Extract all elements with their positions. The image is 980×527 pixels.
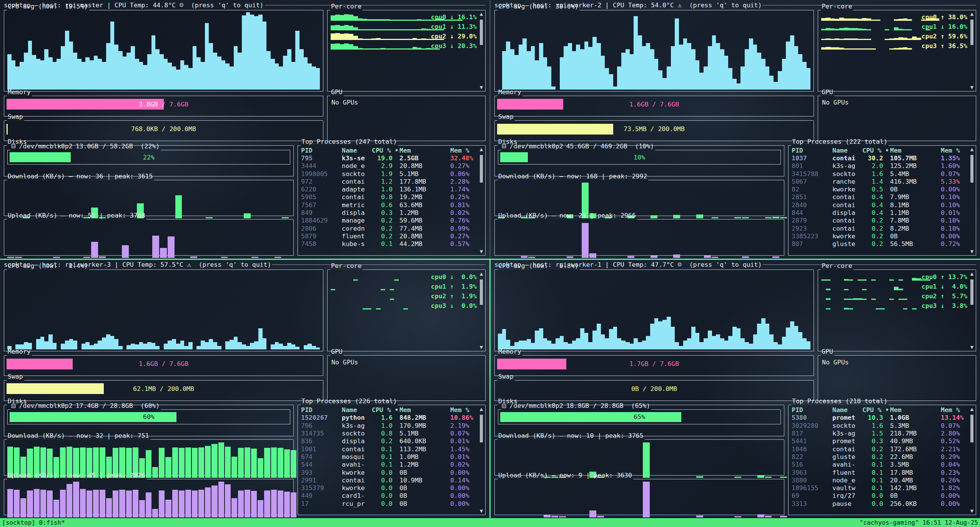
process-row[interactable]: 544avahi-0.11.2MB0.02% [301, 461, 478, 469]
scrollbar-thumb[interactable] [480, 415, 483, 442]
scrollbar-thumb[interactable] [970, 415, 973, 442]
process-row[interactable]: 1046contai0.2172.6MB2.21% [792, 445, 968, 453]
process-row[interactable]: 822gluste0.222.6MB0.29% [792, 453, 968, 461]
socktop-pane[interactable]: socktop — host: rpi-master | CPU Temp: 4… [0, 0, 489, 259]
socktop-pane[interactable]: socktop — host: rpi-worker-3 | CPU Temp:… [0, 260, 489, 519]
scroll-up-icon[interactable]: ▲ [479, 272, 484, 276]
chart-bar [862, 18, 867, 21]
scrollbar-thumb[interactable] [480, 155, 483, 183]
process-row[interactable]: 2851contai0.47.9MB0.10% [792, 193, 968, 201]
process-row[interactable]: 5067ranche1.4416.3MB5.33% [792, 178, 968, 185]
process-row[interactable]: 17rcu_pr0.00B0.00% [301, 500, 478, 507]
process-row[interactable]: 1884629manage0.259.6MB0.76% [301, 217, 478, 224]
process-row[interactable]: 972contai1.2177.8MB2.28% [301, 178, 478, 185]
process-row[interactable]: 796k3s-ag1.0170.9MB2.19% [301, 422, 478, 429]
process-row[interactable]: 5441promet0.340.9MB0.52% [792, 437, 968, 445]
scrollbar[interactable]: ▲ ▼ [969, 147, 975, 254]
process-row[interactable]: 5380promet10.31.0GB13.14% [792, 414, 968, 422]
scroll-down-icon[interactable]: ▼ [479, 85, 484, 90]
process-row[interactable]: 1001contai0.1113.2MB1.45% [301, 445, 478, 453]
process-row[interactable]: 807gluste0.256.5MB0.72% [792, 240, 968, 248]
chart-bar [24, 53, 28, 90]
process-row[interactable]: 6220adapte1.0136.1MB1.74% [301, 185, 478, 193]
scroll-up-icon[interactable]: ▲ [969, 147, 975, 152]
process-row[interactable]: 1037contai30.2105.7MB1.35% [792, 154, 968, 162]
chart-bar [734, 477, 741, 478]
process-row[interactable]: 3415788sockto1.65.4MB0.07% [792, 170, 968, 178]
chart-bar [576, 338, 580, 349]
process-header-cell[interactable]: CPU % • [862, 147, 890, 154]
chart-bar [844, 308, 849, 309]
scrollbar[interactable]: ▲ ▼ [479, 147, 484, 254]
process-row[interactable]: 516avahi-0.13.5MB0.04% [792, 461, 968, 469]
process-row[interactable]: 2840contai0.48.1MB0.10% [792, 201, 968, 209]
scrollbar-thumb[interactable] [970, 20, 973, 45]
scrollbar-thumb[interactable] [480, 279, 483, 305]
process-row[interactable]: 69irq/270.00B0.00% [792, 492, 968, 500]
chart-bar [263, 338, 267, 349]
scroll-up-icon[interactable]: ▲ [479, 407, 484, 412]
chart-bar [238, 342, 242, 349]
process-row[interactable]: 674mosqui0.11.0MB0.01% [301, 453, 478, 461]
scrollbar-thumb[interactable] [480, 20, 483, 45]
process-row[interactable]: 5905contai0.819.2MB0.25% [301, 193, 478, 201]
socktop-pane[interactable]: socktop — host: rpi-worker-2 | CPU Temp:… [491, 0, 980, 259]
process-row[interactable]: 801k3s-ag2.0125.2MB1.60% [792, 162, 968, 170]
scrollbar[interactable]: ▲ ▼ [969, 407, 975, 514]
scroll-up-icon[interactable]: ▲ [479, 147, 484, 152]
scroll-down-icon[interactable]: ▼ [969, 249, 975, 254]
process-row[interactable]: 7567metric0.663.6MB0.81% [301, 201, 478, 209]
process-row[interactable]: 5879fluent0.220.8MB0.27% [301, 232, 478, 240]
process-row[interactable]: 3385223kworke0.20B0.00% [792, 232, 968, 240]
socktop-pane[interactable]: socktop — host: rpi-worker-1 | CPU Temp:… [491, 260, 980, 519]
process-row[interactable]: 795k3s-se19.02.5GB32.48% [301, 154, 478, 162]
process-cell: 20.4MB [890, 477, 941, 484]
scroll-down-icon[interactable]: ▼ [969, 345, 975, 350]
details-row: Disks ⊟/dev/mmcblk0p2 13.0GB / 58.2GB (2… [4, 145, 486, 256]
status-window-list[interactable]: [socktop] 0:fish* [2, 519, 65, 526]
scrollbar[interactable]: ▲ ▼ [969, 12, 975, 90]
process-row[interactable]: 3963fluent0.117.8MB0.23% [792, 469, 968, 476]
process-row[interactable]: 849displa0.31.2MB0.02% [301, 209, 478, 216]
process-row[interactable]: 836displa0.2640.0KB0.01% [301, 437, 478, 445]
scrollbar-thumb[interactable] [970, 155, 973, 183]
process-row[interactable]: 2991contai0.010.9MB0.14% [301, 476, 478, 484]
scroll-down-icon[interactable]: ▼ [969, 509, 975, 514]
process-row[interactable]: 314735sockto0.85.1MB0.07% [301, 429, 478, 437]
process-row[interactable]: 3029280sockto1.65.3MB0.07% [792, 422, 968, 429]
process-row[interactable]: 1520267python1.6848.2MB10.86% [301, 414, 478, 422]
process-row[interactable]: 1998005sockto1.95.1MB0.06% [301, 170, 478, 178]
scroll-up-icon[interactable]: ▲ [969, 272, 975, 276]
process-row[interactable]: 2879contai0.27.8MB0.10% [792, 217, 968, 224]
scroll-up-icon[interactable]: ▲ [969, 407, 975, 412]
process-row[interactable]: 844displa0.41.1MB0.01% [792, 209, 968, 216]
scroll-down-icon[interactable]: ▼ [969, 85, 975, 90]
chart-bar [363, 48, 367, 50]
process-row[interactable]: 3880node_e0.120.4MB0.26% [792, 476, 968, 484]
scrollbar-thumb[interactable] [970, 279, 973, 305]
process-row[interactable]: 82kworke0.50B0.00% [792, 185, 968, 193]
process-row[interactable]: 3444node_e2.920.8MB0.27% [301, 162, 478, 170]
scrollbar[interactable]: ▲ ▼ [479, 272, 484, 350]
process-row[interactable]: 817k3s-ag1.5218.7MB2.80% [792, 429, 968, 437]
scroll-up-icon[interactable]: ▲ [969, 12, 975, 17]
per-core-row: cpu1 ↓ 11.3% [331, 23, 476, 30]
process-row[interactable]: 2923contai0.28.2MB0.10% [792, 224, 968, 232]
scrollbar[interactable]: ▲ ▼ [479, 407, 484, 514]
process-row[interactable]: 449card1-0.00B0.00% [301, 492, 478, 500]
scrollbar[interactable]: ▲ ▼ [479, 12, 484, 90]
process-row[interactable]: 393kworke0.00B0.00% [301, 469, 478, 476]
process-row[interactable]: 315379kworke0.00B0.00% [301, 484, 478, 492]
process-row[interactable]: 1896155vaultw0.1142.1MB1.82% [792, 484, 968, 492]
process-header-cell[interactable]: CPU % • [372, 147, 399, 154]
scroll-down-icon[interactable]: ▼ [479, 249, 484, 254]
scroll-up-icon[interactable]: ▲ [479, 12, 484, 17]
process-row[interactable]: 2806coredn0.277.4MB0.99% [301, 224, 478, 232]
scroll-down-icon[interactable]: ▼ [479, 509, 484, 514]
process-row[interactable]: 3313pause0.0256.0KB0.00% [792, 500, 968, 507]
process-header-cell[interactable]: CPU % • [372, 406, 399, 414]
scroll-down-icon[interactable]: ▼ [479, 345, 484, 350]
scrollbar[interactable]: ▲ ▼ [969, 272, 975, 350]
process-row[interactable]: 7458kube-s0.144.2MB0.57% [301, 240, 478, 248]
process-header-cell[interactable]: CPU % • [862, 406, 890, 414]
